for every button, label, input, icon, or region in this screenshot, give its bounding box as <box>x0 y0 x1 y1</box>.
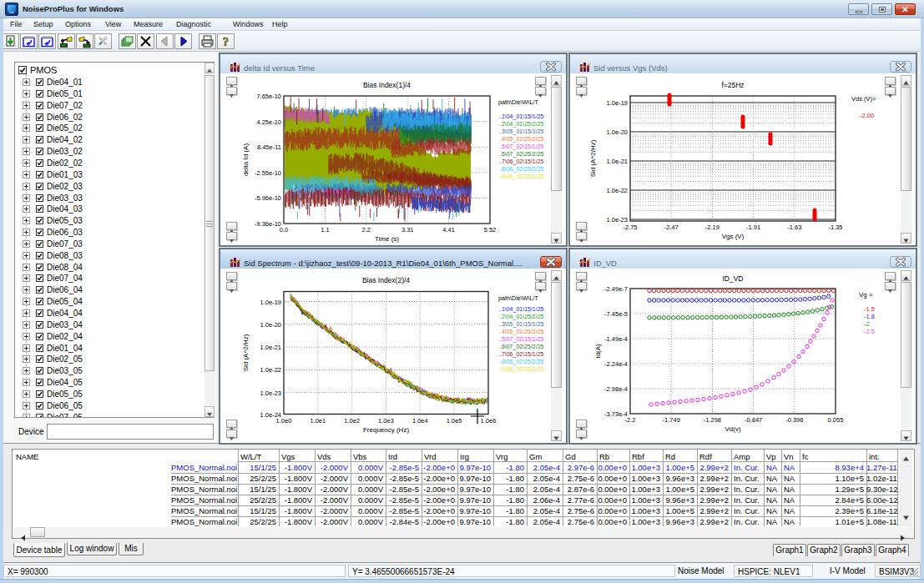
svg-text:..3\05_01\15/1/25: ..3\05_01\15/1/25 <box>498 128 544 135</box>
svg-text:-1.35: -1.35 <box>828 224 842 231</box>
svg-text:1.0e5: 1.0e5 <box>447 417 462 425</box>
svg-text:Time (s): Time (s) <box>375 235 399 243</box>
svg-text:1.0e-23: 1.0e-23 <box>607 216 628 224</box>
svg-text:f=25Hz: f=25Hz <box>721 81 744 89</box>
svg-text:..6\07_02\25/2/25: ..6\07_02\25/2/25 <box>498 151 544 158</box>
svg-text:-1.749: -1.749 <box>663 416 680 424</box>
svg-text:..1\04_01\15/1/25: ..1\04_01\15/1/25 <box>498 306 544 313</box>
svg-text:path\Die\W\L/T: path\Die\W\L/T <box>498 98 539 106</box>
svg-text:-2.47: -2.47 <box>664 224 679 231</box>
svg-text:Vds (V)=: Vds (V)= <box>851 95 876 103</box>
svg-text:1.0e0: 1.0e0 <box>276 417 292 425</box>
svg-text:-1.49e-4: -1.49e-4 <box>604 335 628 343</box>
svg-text:..5\07_02\15/1/25: ..5\07_02\15/1/25 <box>498 143 544 150</box>
svg-text:..2\04_01\25/2/25: ..2\04_01\25/2/25 <box>498 121 544 128</box>
svg-text:1.0e-19: 1.0e-19 <box>607 99 628 107</box>
svg-text:Frequency (Hz): Frequency (Hz) <box>363 426 409 434</box>
svg-text:-5.96e-10: -5.96e-10 <box>255 194 281 202</box>
svg-text:Vgs (V): Vgs (V) <box>722 233 745 240</box>
svg-text:Vd(v): Vd(v) <box>725 425 740 433</box>
svg-text:5.52: 5.52 <box>484 226 497 234</box>
svg-text:..7\06_02\15/1/25: ..7\06_02\15/1/25 <box>498 351 544 358</box>
svg-text:1.0e-22: 1.0e-22 <box>260 366 281 374</box>
svg-text:-1.91: -1.91 <box>746 224 760 231</box>
svg-text:1.0e-21: 1.0e-21 <box>607 158 628 165</box>
svg-text:1.0e-21: 1.0e-21 <box>260 344 281 351</box>
svg-text:-1.298: -1.298 <box>704 416 721 424</box>
svg-text:-1.5: -1.5 <box>864 305 875 313</box>
svg-text:-2.2: -2.2 <box>625 416 636 424</box>
svg-text:1.0e-20: 1.0e-20 <box>260 321 281 329</box>
svg-text:..3\05_01\15/1/25: ..3\05_01\15/1/25 <box>498 321 544 328</box>
svg-text:8.45e-11: 8.45e-11 <box>257 143 281 151</box>
svg-text:2.2: 2.2 <box>362 226 371 234</box>
svg-text:0.0: 0.0 <box>280 226 288 234</box>
svg-text:Sid (A^2/Hz): Sid (A^2/Hz) <box>242 334 250 371</box>
svg-text:Vg =: Vg = <box>859 291 873 299</box>
svg-text:..6\07_02\25/2/25: ..6\07_02\25/2/25 <box>498 344 544 350</box>
svg-text:-2.19: -2.19 <box>705 224 720 231</box>
svg-text:1.0e-20: 1.0e-20 <box>607 128 628 136</box>
svg-text:3.31: 3.31 <box>401 226 414 234</box>
svg-text:1.1: 1.1 <box>321 226 329 234</box>
svg-text:1.0e4: 1.0e4 <box>412 417 428 425</box>
svg-text:4.41: 4.41 <box>442 226 455 234</box>
svg-text:-1.63: -1.63 <box>787 224 801 231</box>
svg-text:-1.8: -1.8 <box>864 313 875 320</box>
svg-text:-2.98e-4: -2.98e-4 <box>604 385 628 393</box>
svg-text:..8\06_02\25/2/25: ..8\06_02\25/2/25 <box>498 166 544 173</box>
svg-text:..5\07_02\15/1/25: ..5\07_02\15/1/25 <box>498 336 544 343</box>
svg-text:..4\05_01\25/2/25: ..4\05_01\25/2/25 <box>498 329 544 335</box>
svg-text:-0.396: -0.396 <box>785 416 803 424</box>
svg-text:Sid (A^2/Hz): Sid (A^2/Hz) <box>589 139 597 177</box>
svg-text:-2.5: -2.5 <box>864 328 875 335</box>
svg-text:Bias Index(2)/4: Bias Index(2)/4 <box>362 276 410 284</box>
svg-text:1.0e6: 1.0e6 <box>481 417 497 425</box>
svg-text:0.055: 0.055 <box>828 416 844 424</box>
svg-text:4.25e-10: 4.25e-10 <box>256 118 281 126</box>
svg-text:1.0e-23: 1.0e-23 <box>260 390 281 397</box>
svg-text:-7.45e-5: -7.45e-5 <box>604 310 628 318</box>
svg-text:7.65e-10: 7.65e-10 <box>256 93 281 100</box>
svg-text:1.0e-22: 1.0e-22 <box>607 187 628 194</box>
svg-text:..2\04_01\25/2/25: ..2\04_01\25/2/25 <box>498 314 544 320</box>
svg-text:-2.24e-4: -2.24e-4 <box>604 360 628 368</box>
svg-text:1.0e2: 1.0e2 <box>344 417 360 425</box>
svg-text:..7\06_02\15/1/25: ..7\06_02\15/1/25 <box>498 158 544 165</box>
svg-text:1.0e-19: 1.0e-19 <box>260 299 281 306</box>
svg-text:..1\04_01\15/1/25: ..1\04_01\15/1/25 <box>498 113 544 120</box>
svg-text:path\Die\W\L/T: path\Die\W\L/T <box>498 294 539 302</box>
svg-text:Id(A): Id(A) <box>594 344 602 359</box>
svg-text:-2.00: -2.00 <box>860 112 874 119</box>
svg-text:-9.36e-10: -9.36e-10 <box>255 220 281 228</box>
svg-text:ID_VD: ID_VD <box>722 274 743 283</box>
svg-text:..9\06_02\15/1/25: ..9\06_02\15/1/25 <box>498 173 544 180</box>
svg-text:1.0e1: 1.0e1 <box>310 417 326 425</box>
svg-text:delta Id (A): delta Id (A) <box>242 143 250 176</box>
svg-text:-2: -2 <box>864 320 870 328</box>
svg-text:Bias Index(1)/4: Bias Index(1)/4 <box>363 81 411 89</box>
svg-text:..8\06_02\25/2/25: ..8\06_02\25/2/25 <box>498 359 544 365</box>
svg-text:1.0e3: 1.0e3 <box>378 417 394 425</box>
svg-text:-0.847: -0.847 <box>745 416 762 424</box>
svg-text:-2.55e-10: -2.55e-10 <box>255 169 281 177</box>
svg-text:..9\06_02\15/1/25: ..9\06_02\15/1/25 <box>498 366 544 373</box>
svg-text:?: ? <box>223 36 229 48</box>
svg-text:..4\05_01\25/2/25: ..4\05_01\25/2/25 <box>498 136 544 143</box>
svg-text:-2.49e-7: -2.49e-7 <box>604 285 628 293</box>
svg-text:-2.75: -2.75 <box>623 224 637 231</box>
